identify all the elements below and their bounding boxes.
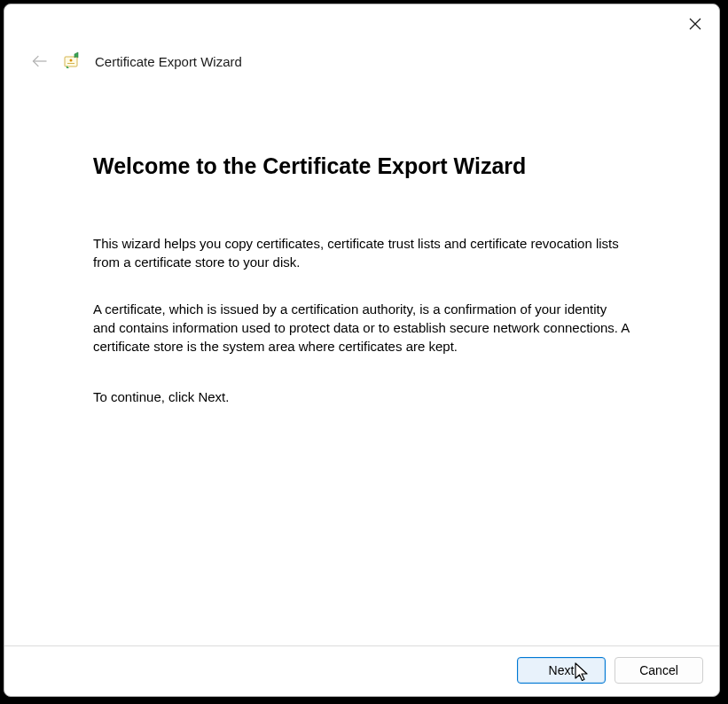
svg-point-4: [70, 59, 73, 62]
wizard-footer: Next Cancel: [4, 645, 719, 696]
certificate-wizard-icon: [63, 51, 82, 71]
page-heading: Welcome to the Certificate Export Wizard: [93, 153, 630, 179]
cancel-button[interactable]: Cancel: [614, 657, 703, 684]
continue-instruction: To continue, click Next.: [93, 387, 630, 406]
back-button[interactable]: [29, 51, 51, 72]
wizard-window: Certificate Export Wizard Welcome to the…: [4, 4, 720, 697]
titlebar: [4, 4, 719, 40]
intro-paragraph-1: This wizard helps you copy certificates,…: [93, 234, 630, 271]
next-button[interactable]: Next: [517, 657, 606, 684]
wizard-content: Welcome to the Certificate Export Wizard…: [4, 72, 719, 645]
close-button[interactable]: [680, 12, 710, 36]
intro-paragraph-2: A certificate, which is issued by a cert…: [93, 300, 630, 356]
close-icon: [689, 18, 701, 30]
wizard-header: Certificate Export Wizard: [4, 40, 719, 72]
wizard-title: Certificate Export Wizard: [95, 54, 242, 69]
back-arrow-icon: [31, 52, 49, 70]
